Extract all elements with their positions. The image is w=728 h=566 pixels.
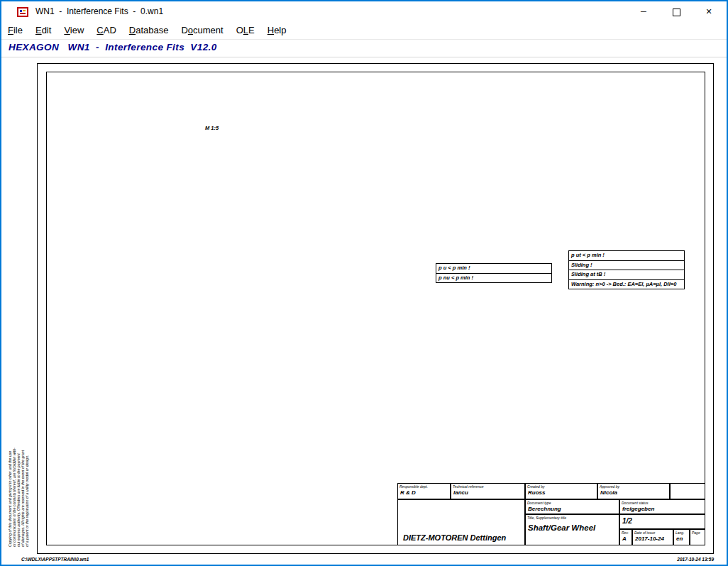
menu-item-document[interactable]: Document (175, 22, 229, 35)
technical-reference-value: Iancu (451, 489, 524, 496)
company-cell: DIETZ-MOTOREN Dettingen (397, 499, 525, 545)
minimize-icon: ─ (641, 7, 646, 16)
approved-by-value: Nicola (598, 489, 669, 496)
approved-by-label: Approved by (598, 484, 669, 489)
close-icon: ✕ (705, 7, 712, 16)
list-line: Sliding at tB ! (569, 270, 684, 279)
app-header-title: HEXAGON WN1 - Interference Fits V12.0 (9, 42, 217, 52)
rev-value: A (620, 536, 632, 542)
list-line: p u < p min ! (436, 264, 551, 273)
menu-item-ole[interactable]: OLE (230, 22, 261, 35)
company-name: DIETZ-MOTOREN Dettingen (401, 533, 508, 542)
close-button[interactable]: ✕ (693, 1, 725, 22)
status-timestamp: 2017-10-24 13:59 (677, 557, 714, 562)
list-line: p ut < p min ! (569, 251, 684, 260)
menu-bar: FileEditViewCADDatabaseDocumentOLEHelp (1, 22, 727, 40)
warning-box-left: p u < p min !p nu < p min ! (436, 263, 552, 283)
created-by-value: Ruoss (526, 489, 597, 496)
rev-label: Rev. (620, 530, 632, 536)
document-status-label: Document status (620, 500, 705, 506)
menu-item-cad[interactable]: CAD (90, 22, 122, 35)
document-type-value: Berechnung (526, 506, 619, 512)
drawing-title-value: Shaft/Gear Wheel (526, 521, 619, 532)
copyright-notice: Copying of this document and giving it t… (8, 401, 29, 547)
menu-item-file[interactable]: File (1, 22, 29, 35)
list-line: of a patent or the registration of a uti… (25, 401, 29, 547)
responsible-dept-value: R & D (398, 489, 450, 496)
zone-numbers-top (46, 63, 705, 72)
minimize-button[interactable]: ─ (627, 1, 660, 22)
document-type-label: Document type (526, 500, 619, 506)
page-label: Page (690, 530, 705, 536)
window-title: WN1 - Interference Fits - 0.wn1 (35, 6, 163, 16)
list-line: Sliding ! (569, 260, 684, 270)
menu-item-database[interactable]: Database (123, 22, 175, 35)
zone-letters-right (705, 72, 714, 545)
warning-box-right: p ut < p min !Sliding !Sliding at tB !Wa… (568, 250, 685, 289)
zone-numbers-bottom (46, 545, 705, 554)
app-icon[interactable] (17, 6, 28, 18)
maximize-icon (673, 9, 680, 16)
section-drawing (129, 168, 321, 487)
menu-item-view[interactable]: View (57, 22, 90, 35)
title-block-empty-cell (670, 483, 705, 499)
date-of-issue-value: 2017-10-24 (633, 536, 673, 542)
header-separator (1, 57, 727, 57)
scale-label: M 1:5 (205, 124, 219, 133)
technical-reference-label: Technical reference (451, 484, 524, 489)
created-by-label: Created by (526, 484, 597, 489)
document-status-value: freigegeben (620, 506, 705, 512)
list-line: p nu < p min ! (436, 273, 551, 283)
chart-torque (424, 350, 566, 460)
file-path: C:\WDLX\APPSTPTRAIN\0.wn1 (21, 557, 89, 562)
lang-value: en (674, 536, 689, 542)
maximize-button[interactable] (660, 1, 693, 22)
menu-item-edit[interactable]: Edit (29, 22, 57, 35)
menu-item-help[interactable]: Help (261, 22, 293, 35)
status-bar: C:\WDLX\APPSTPTRAIN\0.wn1 2017-10-24 13:… (1, 555, 727, 565)
date-of-issue-label: Date of issue (633, 530, 673, 536)
chart-pmax (569, 348, 711, 460)
lang-label: Lang. (674, 530, 689, 536)
sheet-number: 1/2 (620, 515, 705, 525)
responsible-dept-label: Responsible dept. (398, 484, 450, 489)
list-line: Warning: n>0 -> Bed.: EA=EI, µA=µI, DII=… (569, 279, 684, 289)
app-window: WN1 - Interference Fits - 0.wn1 ─ ✕ File… (0, 0, 728, 566)
title-bar[interactable]: WN1 - Interference Fits - 0.wn1 ─ ✕ (1, 1, 727, 22)
drawing-title-label: Title, Supplementary title (526, 515, 619, 521)
zone-letters-left (38, 72, 46, 545)
